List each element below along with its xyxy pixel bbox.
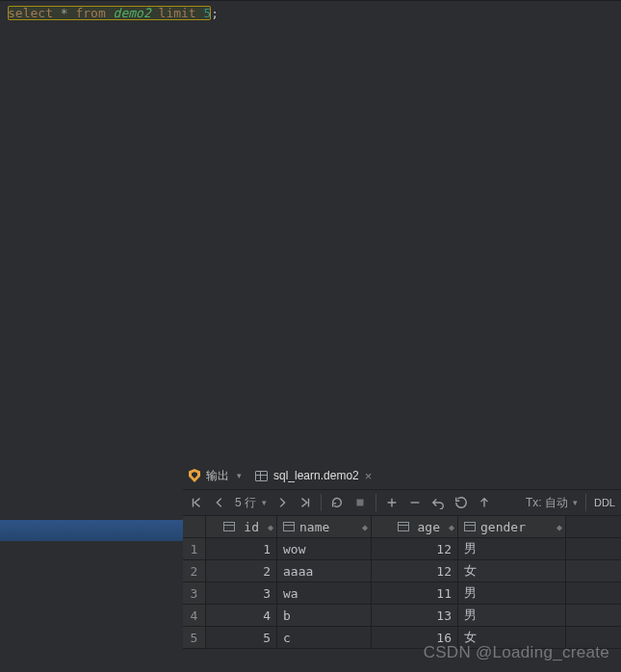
tab-output-label: 输出 bbox=[206, 468, 229, 484]
cell-id[interactable]: 1 bbox=[206, 538, 277, 559]
table-row[interactable]: 2 2 aaaa 12 女 bbox=[183, 560, 621, 582]
prev-page-button[interactable] bbox=[212, 495, 227, 510]
remove-row-button[interactable] bbox=[407, 495, 423, 510]
cell-name[interactable]: c bbox=[277, 627, 372, 648]
row-count-dropdown[interactable]: 5 行 ▾ bbox=[235, 495, 267, 511]
kw-limit: limit bbox=[159, 6, 196, 20]
col-id-label: id bbox=[244, 520, 259, 534]
column-icon bbox=[464, 522, 476, 531]
cell-name[interactable]: wow bbox=[277, 538, 372, 559]
col-age-label: age bbox=[418, 520, 440, 534]
tab-data[interactable]: sql_learn.demo2 × bbox=[255, 469, 372, 483]
sql-editor[interactable]: select * from demo2 limit 5 ; bbox=[0, 0, 621, 404]
cell-age[interactable]: 16 bbox=[372, 627, 458, 648]
result-grid: id ◆ name ◆ age ◆ gender ◆ 1 1 wow bbox=[183, 516, 621, 649]
row-number: 3 bbox=[183, 582, 206, 604]
sort-icon[interactable]: ◆ bbox=[449, 522, 453, 532]
chevron-down-icon: ▾ bbox=[573, 498, 578, 507]
cell-name[interactable]: wa bbox=[277, 582, 372, 604]
cell-name[interactable]: b bbox=[277, 605, 372, 626]
cell-age[interactable]: 13 bbox=[372, 605, 458, 626]
star-token: * bbox=[61, 6, 68, 20]
grid-header: id ◆ name ◆ age ◆ gender ◆ bbox=[183, 516, 621, 538]
cell-age[interactable]: 12 bbox=[372, 560, 458, 582]
close-icon[interactable]: × bbox=[365, 469, 373, 483]
cell-id[interactable]: 2 bbox=[206, 560, 277, 582]
table-icon bbox=[255, 471, 268, 481]
semicolon: ; bbox=[211, 6, 219, 20]
result-toolbar: 5 行 ▾ Tx: 自动 ▾ DDL bbox=[183, 489, 621, 516]
tab-output[interactable]: 输出 ▾ bbox=[189, 468, 242, 484]
chevron-down-icon: ▾ bbox=[237, 471, 242, 480]
table-row[interactable]: 4 4 b 13 男 bbox=[183, 605, 621, 627]
row-number-header bbox=[183, 516, 206, 537]
cell-gender[interactable]: 女 bbox=[458, 627, 566, 648]
cell-name[interactable]: aaaa bbox=[277, 560, 372, 582]
commit-button[interactable] bbox=[453, 495, 469, 510]
col-gender-label: gender bbox=[480, 520, 526, 534]
sort-icon[interactable]: ◆ bbox=[362, 522, 366, 532]
sql-line-1[interactable]: select * from demo2 limit 5 ; bbox=[0, 1, 621, 25]
stop-button[interactable] bbox=[352, 495, 368, 510]
table-row[interactable]: 1 1 wow 12 男 bbox=[183, 538, 621, 560]
column-icon bbox=[283, 522, 295, 531]
table-row[interactable]: 3 3 wa 11 男 bbox=[183, 582, 621, 605]
selection-highlight bbox=[0, 520, 183, 541]
next-page-button[interactable] bbox=[274, 495, 290, 510]
table-ident: demo2 bbox=[114, 6, 151, 20]
kw-select: select bbox=[8, 6, 53, 20]
col-header-name[interactable]: name ◆ bbox=[277, 516, 372, 537]
table-row[interactable]: 5 5 c 16 女 bbox=[183, 627, 621, 649]
sort-icon[interactable]: ◆ bbox=[556, 522, 560, 532]
tab-data-label: sql_learn.demo2 bbox=[273, 469, 359, 482]
col-name-label: name bbox=[299, 520, 329, 534]
col-header-age[interactable]: age ◆ bbox=[372, 516, 458, 537]
cell-gender[interactable]: 男 bbox=[458, 582, 566, 604]
cell-gender[interactable]: 男 bbox=[458, 605, 566, 626]
cell-gender[interactable]: 女 bbox=[458, 560, 566, 582]
ddl-button[interactable]: DDL bbox=[594, 497, 615, 508]
row-number: 5 bbox=[183, 627, 206, 648]
row-number: 2 bbox=[183, 560, 206, 582]
cell-age[interactable]: 11 bbox=[372, 582, 458, 604]
row-number: 4 bbox=[183, 605, 206, 626]
submit-up-button[interactable] bbox=[477, 495, 492, 510]
cell-id[interactable]: 4 bbox=[206, 605, 277, 626]
sort-icon[interactable]: ◆ bbox=[268, 522, 272, 532]
revert-button[interactable] bbox=[430, 495, 446, 510]
column-icon bbox=[223, 522, 235, 531]
results-panel: 输出 ▾ sql_learn.demo2 × 5 行 ▾ Tx: 自动 ▾ bbox=[183, 462, 621, 649]
row-count-label: 5 行 bbox=[235, 495, 256, 511]
result-tabs: 输出 ▾ sql_learn.demo2 × bbox=[183, 462, 621, 489]
cell-gender[interactable]: 男 bbox=[458, 538, 566, 559]
row-number: 1 bbox=[183, 538, 206, 559]
column-icon bbox=[398, 522, 409, 531]
kw-from: from bbox=[75, 6, 105, 20]
first-page-button[interactable] bbox=[189, 495, 204, 510]
limit-num: 5 bbox=[204, 6, 212, 20]
tx-mode-label: Tx: 自动 bbox=[526, 495, 568, 511]
chevron-down-icon: ▾ bbox=[262, 498, 267, 507]
cell-id[interactable]: 5 bbox=[206, 627, 277, 648]
shield-icon bbox=[189, 469, 200, 482]
last-page-button[interactable] bbox=[298, 495, 313, 510]
panel-gap bbox=[0, 404, 621, 462]
col-header-id[interactable]: id ◆ bbox=[206, 516, 277, 537]
cell-id[interactable]: 3 bbox=[206, 582, 277, 604]
cell-age[interactable]: 12 bbox=[372, 538, 458, 559]
tx-mode-dropdown[interactable]: Tx: 自动 ▾ bbox=[526, 495, 578, 511]
col-header-gender[interactable]: gender ◆ bbox=[458, 516, 566, 537]
add-row-button[interactable] bbox=[384, 495, 400, 510]
svg-rect-0 bbox=[357, 500, 364, 506]
refresh-button[interactable] bbox=[329, 495, 345, 510]
